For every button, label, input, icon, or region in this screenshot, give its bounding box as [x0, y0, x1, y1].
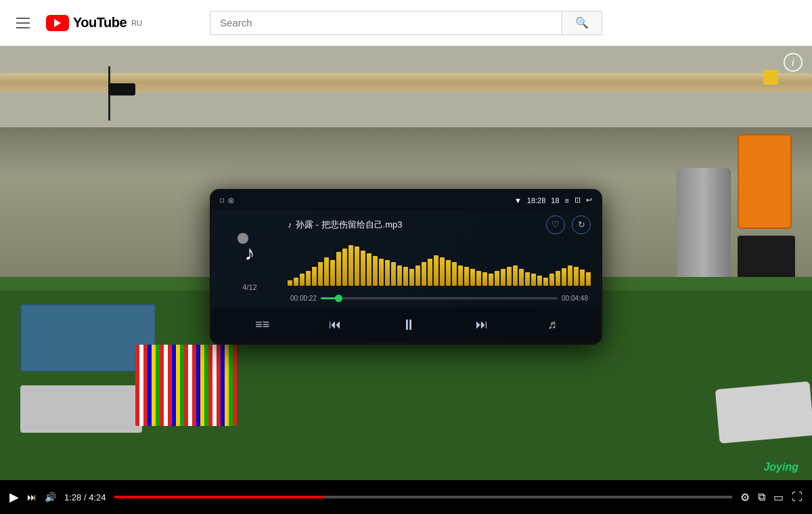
- track-info-area: ♪ 孙露 - 把悲伤留给自己.mp3 ♡ ↻ 00:00:22: [288, 215, 591, 302]
- track-count: 4/12: [242, 283, 256, 291]
- window-icon: ⊡: [574, 196, 581, 205]
- prev-button[interactable]: ⏮: [329, 318, 341, 332]
- music-note-small: ♪: [288, 220, 292, 230]
- progress-fill: [321, 297, 339, 299]
- header: YouTubeRU 🔍: [0, 0, 812, 46]
- video-pip-button[interactable]: ⧉: [758, 491, 765, 503]
- car-unit-screen: □ ◎ ▼ 18:28 18 ≡ ⊡ ↩ ♪: [212, 191, 600, 343]
- track-title-row: ♪ 孙露 - 把悲伤留给自己.mp3: [288, 219, 402, 231]
- logo-text: YouTube: [73, 15, 127, 30]
- video-total-time: 4:24: [89, 492, 106, 502]
- album-art-area: ♪ 4/12: [221, 215, 278, 302]
- back-icon: ↩: [586, 196, 592, 205]
- video-play-button[interactable]: ▶: [9, 490, 19, 505]
- status-icon-window: □: [220, 196, 224, 204]
- ceiling: [0, 46, 812, 127]
- yellow-sticker: [763, 70, 778, 85]
- youtube-play-triangle: [54, 19, 61, 27]
- waveform-container: [288, 245, 591, 286]
- progress-area: 00:00:22 00:04:48: [288, 295, 591, 302]
- header-left: YouTubeRU: [11, 12, 142, 34]
- progress-track[interactable]: [321, 297, 558, 299]
- status-right: ▼ 18:28 18 ≡ ⊡ ↩: [514, 196, 592, 205]
- wifi-icon: ▼: [514, 196, 522, 205]
- logo-region: RU: [131, 19, 142, 27]
- music-player: ♪ 4/12 ♪ 孙露 - 把悲伤留给自己.mp3 ♡ ↻: [212, 210, 600, 307]
- search-input[interactable]: [210, 11, 562, 35]
- menu-icon: ≡: [565, 196, 569, 205]
- play-pause-button[interactable]: ⏸: [401, 316, 416, 334]
- info-button[interactable]: i: [784, 53, 803, 72]
- youtube-icon: [46, 15, 69, 31]
- status-icon-circle: ◎: [228, 196, 234, 204]
- video-theater-button[interactable]: ▭: [773, 491, 784, 504]
- video-progress-fill: [114, 496, 325, 498]
- cable-wrap: [108, 83, 135, 95]
- joying-watermark: Joying: [763, 461, 798, 473]
- playlist-button[interactable]: ♬: [547, 318, 557, 332]
- action-buttons: ♡ ↻: [546, 215, 591, 234]
- time-current: 00:00:22: [290, 295, 317, 302]
- status-left: □ ◎: [220, 196, 234, 204]
- multimeter: [738, 134, 792, 229]
- search-button[interactable]: 🔍: [562, 11, 602, 35]
- status-bar: □ ◎ ▼ 18:28 18 ≡ ⊡ ↩: [212, 191, 600, 210]
- music-note-icon: ♪: [245, 242, 255, 265]
- hamburger-menu-button[interactable]: [11, 12, 35, 34]
- car-head-unit: □ ◎ ▼ 18:28 18 ≡ ⊡ ↩ ♪: [210, 189, 602, 345]
- video-skip-button[interactable]: ⏭: [27, 492, 37, 502]
- progress-thumb: [335, 295, 342, 302]
- repeat-button[interactable]: ↻: [572, 215, 591, 234]
- video-volume-button[interactable]: 🔊: [45, 492, 56, 502]
- battery-level: 18: [551, 196, 559, 205]
- video-settings-button[interactable]: ⚙: [740, 491, 750, 504]
- video-controls: ▶ ⏭ 🔊 1:28 / 4:24 ⚙ ⧉ ▭ ⛶: [0, 480, 812, 514]
- album-disc: ♪: [223, 226, 277, 280]
- video-progress-bar[interactable]: [114, 496, 733, 498]
- time-display: 18:28: [527, 196, 546, 205]
- equalizer-button[interactable]: ≡≡: [255, 318, 269, 332]
- phone-right: [715, 381, 812, 444]
- controls-bar: ≡≡ ⏮ ⏸ ⏭ ♬: [212, 307, 600, 343]
- disc-highlight: [238, 233, 248, 244]
- video-area: i Joying □ ◎ ▼ 18:28 18 ≡ ⊡ ↩: [0, 46, 812, 514]
- video-time-display: 1:28 / 4:24: [64, 492, 106, 502]
- next-button[interactable]: ⏭: [476, 318, 488, 332]
- hdd: [20, 385, 142, 433]
- video-time-separator: /: [84, 492, 87, 502]
- video-current-time: 1:28: [64, 492, 81, 502]
- youtube-logo[interactable]: YouTubeRU: [46, 15, 142, 31]
- track-title: 孙露 - 把悲伤留给自己.mp3: [296, 219, 402, 231]
- favorite-button[interactable]: ♡: [546, 215, 565, 234]
- wires-bundle: [135, 345, 237, 426]
- search-container: 🔍: [210, 11, 602, 35]
- time-total: 00:04:48: [562, 295, 588, 302]
- video-fullscreen-button[interactable]: ⛶: [792, 491, 803, 503]
